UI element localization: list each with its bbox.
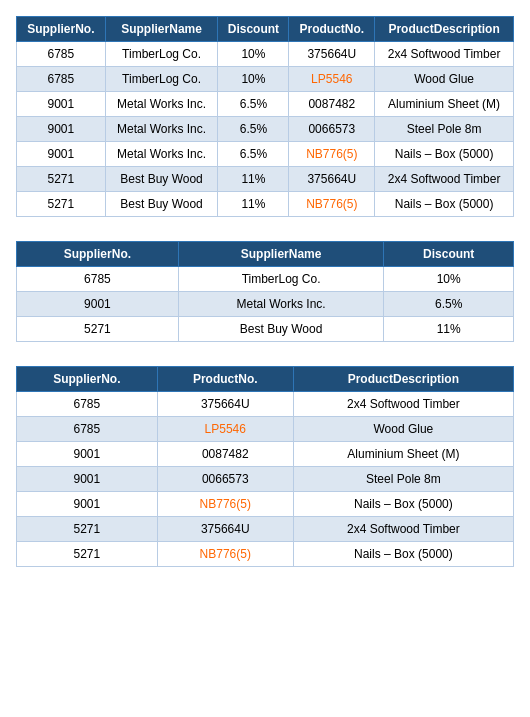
table-row: 6785LP5546Wood Glue [17,417,514,442]
table-cell: NB776(5) [157,542,293,567]
table-cell: Best Buy Wood [178,317,384,342]
table-row: 5271375664U2x4 Softwood Timber [17,517,514,542]
table-cell: 5271 [17,192,106,217]
table2-header-row: SupplierNo. SupplierName Discount [17,242,514,267]
table-cell: Metal Works Inc. [105,92,218,117]
table-cell: 9001 [17,467,158,492]
table-row: 5271Best Buy Wood11%NB776(5)Nails – Box … [17,192,514,217]
table-row: 6785TimberLog Co.10%375664U2x4 Softwood … [17,42,514,67]
table-row: 9001Metal Works Inc.6.5%0066573Steel Pol… [17,117,514,142]
table-cell: 375664U [289,167,375,192]
table-cell: 375664U [289,42,375,67]
table2-col-suppliername: SupplierName [178,242,384,267]
table-cell: LP5546 [289,67,375,92]
table-cell: 375664U [157,517,293,542]
table-row: 6785375664U2x4 Softwood Timber [17,392,514,417]
table-cell: 10% [218,67,289,92]
table-row: 6785TimberLog Co.10% [17,267,514,292]
table3: SupplierNo. ProductNo. ProductDescriptio… [16,366,514,567]
table-row: 9001Metal Works Inc.6.5% [17,292,514,317]
table-cell: Metal Works Inc. [178,292,384,317]
table-cell: TimberLog Co. [178,267,384,292]
table-cell: 11% [218,167,289,192]
table-cell: Wood Glue [293,417,513,442]
table-row: 6785TimberLog Co.10%LP5546Wood Glue [17,67,514,92]
table-cell: 6.5% [218,142,289,167]
table3-section: SupplierNo. ProductNo. ProductDescriptio… [16,366,514,567]
table-cell: 6.5% [218,117,289,142]
table-cell: 6785 [17,267,179,292]
table-cell: Steel Pole 8m [293,467,513,492]
table-cell: TimberLog Co. [105,67,218,92]
table-row: 5271NB776(5)Nails – Box (5000) [17,542,514,567]
table3-col-supplierno: SupplierNo. [17,367,158,392]
table-cell: NB776(5) [157,492,293,517]
table-cell: 6785 [17,42,106,67]
table1-col-productdesc: ProductDescription [375,17,514,42]
table-cell: Best Buy Wood [105,167,218,192]
table-row: 90010066573Steel Pole 8m [17,467,514,492]
table-row: 90010087482Aluminium Sheet (M) [17,442,514,467]
table1-section: SupplierNo. SupplierName Discount Produc… [16,16,514,217]
table-cell: 6.5% [384,292,514,317]
table2-section: SupplierNo. SupplierName Discount 6785Ti… [16,241,514,342]
table-cell: 2x4 Softwood Timber [293,517,513,542]
table-cell: Aluminium Sheet (M) [375,92,514,117]
table-cell: 11% [384,317,514,342]
table3-col-productno: ProductNo. [157,367,293,392]
table-cell: Nails – Box (5000) [375,192,514,217]
table3-col-productdesc: ProductDescription [293,367,513,392]
table-cell: 0066573 [289,117,375,142]
table1-col-productno: ProductNo. [289,17,375,42]
table-cell: Aluminium Sheet (M) [293,442,513,467]
table2-col-discount: Discount [384,242,514,267]
table-cell: 2x4 Softwood Timber [375,167,514,192]
table-cell: TimberLog Co. [105,42,218,67]
table-cell: 9001 [17,142,106,167]
table-cell: 5271 [17,317,179,342]
table-cell: Nails – Box (5000) [375,142,514,167]
table-cell: LP5546 [157,417,293,442]
table-cell: 10% [218,42,289,67]
table-cell: 5271 [17,542,158,567]
table-row: 9001NB776(5)Nails – Box (5000) [17,492,514,517]
table-cell: 9001 [17,442,158,467]
table3-header-row: SupplierNo. ProductNo. ProductDescriptio… [17,367,514,392]
table-cell: 5271 [17,517,158,542]
table-row: 9001Metal Works Inc.6.5%NB776(5)Nails – … [17,142,514,167]
table-cell: 9001 [17,492,158,517]
table1-col-supplierno: SupplierNo. [17,17,106,42]
table-row: 9001Metal Works Inc.6.5%0087482Aluminium… [17,92,514,117]
table-cell: 11% [218,192,289,217]
table2-col-supplierno: SupplierNo. [17,242,179,267]
table1: SupplierNo. SupplierName Discount Produc… [16,16,514,217]
table-cell: 6785 [17,417,158,442]
table-cell: Nails – Box (5000) [293,542,513,567]
table-cell: 9001 [17,117,106,142]
table-cell: 10% [384,267,514,292]
table-cell: 0066573 [157,467,293,492]
table-cell: 2x4 Softwood Timber [375,42,514,67]
table1-col-suppliername: SupplierName [105,17,218,42]
table-cell: 6.5% [218,92,289,117]
table-cell: 2x4 Softwood Timber [293,392,513,417]
table-cell: 9001 [17,292,179,317]
table1-col-discount: Discount [218,17,289,42]
table-cell: NB776(5) [289,192,375,217]
table-row: 5271Best Buy Wood11%375664U2x4 Softwood … [17,167,514,192]
table-cell: Nails – Box (5000) [293,492,513,517]
table-cell: NB776(5) [289,142,375,167]
table-cell: 0087482 [157,442,293,467]
table-cell: 9001 [17,92,106,117]
table-cell: Metal Works Inc. [105,142,218,167]
table-cell: Metal Works Inc. [105,117,218,142]
table-cell: 6785 [17,67,106,92]
table-cell: Wood Glue [375,67,514,92]
table-cell: 5271 [17,167,106,192]
table-cell: Best Buy Wood [105,192,218,217]
table-cell: Steel Pole 8m [375,117,514,142]
table-cell: 375664U [157,392,293,417]
table-row: 5271Best Buy Wood11% [17,317,514,342]
table-cell: 6785 [17,392,158,417]
table2: SupplierNo. SupplierName Discount 6785Ti… [16,241,514,342]
